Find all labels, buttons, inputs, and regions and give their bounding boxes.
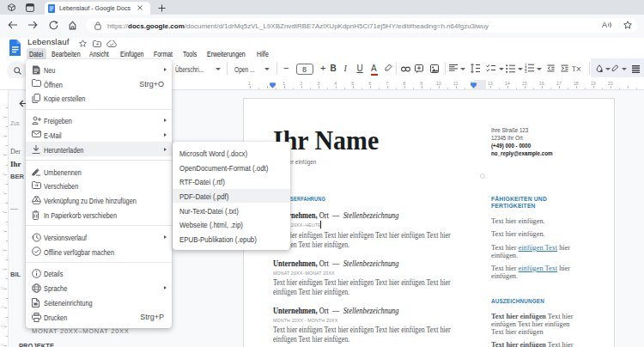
svg-text:3: 3 [525, 70, 527, 73]
svg-text:T: T [572, 65, 576, 72]
